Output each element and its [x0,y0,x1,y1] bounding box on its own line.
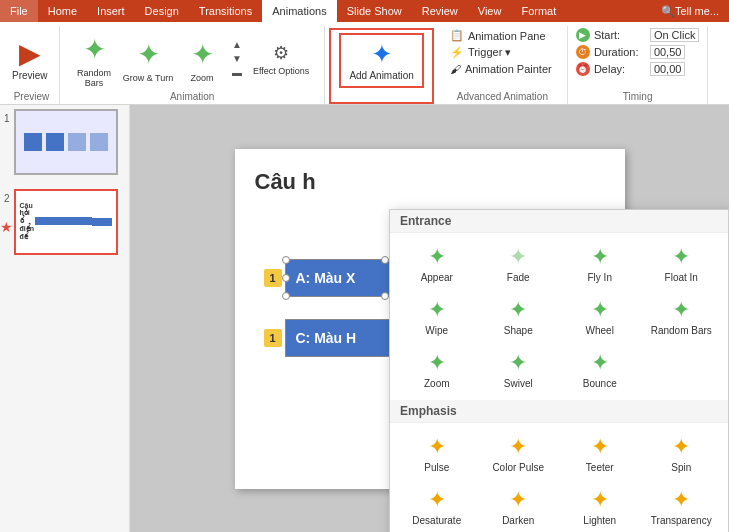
appear-label: Appear [421,272,453,283]
effect-options-button[interactable]: ⚙ Effect Options [246,39,316,79]
start-icon: ▶ [576,28,590,42]
trigger-icon: ⚡ [450,46,464,59]
preview-label: Preview [12,70,48,81]
swivel-icon: ✦ [509,350,527,376]
animation-pane-icon: 📋 [450,29,464,42]
tab-animations[interactable]: Animations [262,0,336,22]
transparency-label: Transparency [651,515,712,526]
wheel-label: Wheel [586,325,614,336]
anim-desaturate[interactable]: ✦ Desaturate [398,482,476,531]
desaturate-label: Desaturate [412,515,461,526]
effect-options-label: Effect Options [253,66,309,76]
tab-insert[interactable]: Insert [87,0,135,22]
content-area: Câu h 1 A: Màu X 1 C: Màu H [130,105,729,532]
anim-fade[interactable]: ✦ Fade [480,239,558,288]
preview-group-label: Preview [4,91,59,102]
tab-design[interactable]: Design [135,0,189,22]
teeter-icon: ✦ [591,434,609,460]
pulse-label: Pulse [424,462,449,473]
anim-swivel[interactable]: ✦ Swivel [480,345,558,394]
anim-random-bars[interactable]: ✦ Random Bars [68,29,120,89]
anim-shape[interactable]: ✦ Shape [480,292,558,341]
anim-teeter[interactable]: ✦ Teeter [561,429,639,478]
anim-zoom-dd[interactable]: ✦ Zoom [398,345,476,394]
anim-wipe[interactable]: ✦ Wipe [398,292,476,341]
tab-view[interactable]: View [468,0,512,22]
delay-value[interactable]: 00,00 [650,62,686,76]
preview-button[interactable]: ▶ Preview [12,37,48,81]
tab-format[interactable]: Format [511,0,566,22]
add-animation-label: Add Animation [349,70,414,82]
handle-bm[interactable] [381,292,389,300]
tab-slideshow[interactable]: Slide Show [337,0,412,22]
darken-label: Darken [502,515,534,526]
answer-a-number: 1 [264,269,282,287]
tab-home[interactable]: Home [38,0,87,22]
anim-color-pulse[interactable]: ✦ Color Pulse [480,429,558,478]
handle-ml[interactable] [282,274,290,282]
lighten-label: Lighten [583,515,616,526]
answer-a-label: A: Màu X [296,270,356,286]
tab-file[interactable]: File [0,0,38,22]
grow-turn-icon: ✦ [128,34,168,74]
entrance-section-label: Entrance [390,210,728,233]
delay-label: Delay: [594,63,646,75]
slide2-thumb[interactable]: Câu hỏi ổ điển để [14,189,118,255]
wipe-label: Wipe [425,325,448,336]
animation-group-label: Animation [60,91,324,102]
anim-zoom[interactable]: ✦ Zoom [176,34,228,84]
anim-spin[interactable]: ✦ Spin [643,429,721,478]
anim-wheel[interactable]: ✦ Wheel [561,292,639,341]
handle-tl[interactable] [282,256,290,264]
anim-grow-turn[interactable]: ✦ Grow & Turn [122,34,174,84]
anim-random-bars-dd[interactable]: ✦ Random Bars [643,292,721,341]
shape-icon: ✦ [509,297,527,323]
tab-tell-me[interactable]: 🔍 Tell me... [651,0,729,22]
slide-title: Câu h [255,169,605,195]
anim-transparency[interactable]: ✦ Transparency [643,482,721,531]
animation-pane-button[interactable]: 📋 Animation Pane [446,28,550,43]
start-value[interactable]: On Click [650,28,700,42]
anim-pulse[interactable]: ✦ Pulse [398,429,476,478]
animation-painter-label: Animation Painter [465,63,552,75]
anim-float-in[interactable]: ✦ Float In [643,239,721,288]
timing-group-label: Timing [568,91,708,102]
answer-c-number: 1 [264,329,282,347]
anim-bounce[interactable]: ✦ Bounce [561,345,639,394]
answer-c-label: C: Màu H [296,330,357,346]
wipe-icon: ✦ [428,297,446,323]
anim-appear[interactable]: ✦ Appear [398,239,476,288]
float-in-label: Float In [665,272,698,283]
bounce-label: Bounce [583,378,617,389]
advanced-anim-group-label: Advanced Animation [438,91,567,102]
duration-value[interactable]: 00,50 [650,45,686,59]
transparency-icon: ✦ [672,487,690,513]
tab-transitions[interactable]: Transitions [189,0,262,22]
trigger-button[interactable]: ⚡ Trigger ▾ [446,45,516,60]
random-bars-label: Random Bars [68,69,120,89]
scroll-up-arrow[interactable]: ▲ [232,38,242,52]
add-animation-button[interactable]: ✦ Add Animation [339,33,424,88]
lighten-icon: ✦ [591,487,609,513]
scroll-down-arrow[interactable]: ▼ [232,52,242,66]
entrance-grid: ✦ Appear ✦ Fade ✦ Fly In ✦ Float In [390,233,728,400]
slide1-thumb[interactable] [14,109,118,175]
random-bars-dd-icon: ✦ [672,297,690,323]
scroll-more-arrow[interactable]: ▬ [232,66,242,80]
animation-painter-button[interactable]: 🖌 Animation Painter [446,62,556,76]
handle-bl[interactable] [282,292,290,300]
float-in-icon: ✦ [672,244,690,270]
add-animation-icon: ✦ [371,39,393,70]
anim-darken[interactable]: ✦ Darken [480,482,558,531]
anim-fly-in[interactable]: ✦ Fly In [561,239,639,288]
pulse-icon: ✦ [428,434,446,460]
scroll-arrows[interactable]: ▲ ▼ ▬ [232,38,242,80]
anim-lighten[interactable]: ✦ Lighten [561,482,639,531]
slide-panel: 1 2 Câu hỏi ổ điển để [0,105,130,532]
effect-options-icon: ⚙ [273,42,289,64]
duration-label: Duration: [594,46,646,58]
tab-review[interactable]: Review [412,0,468,22]
spin-label: Spin [671,462,691,473]
handle-tm[interactable] [381,256,389,264]
fade-label: Fade [507,272,530,283]
